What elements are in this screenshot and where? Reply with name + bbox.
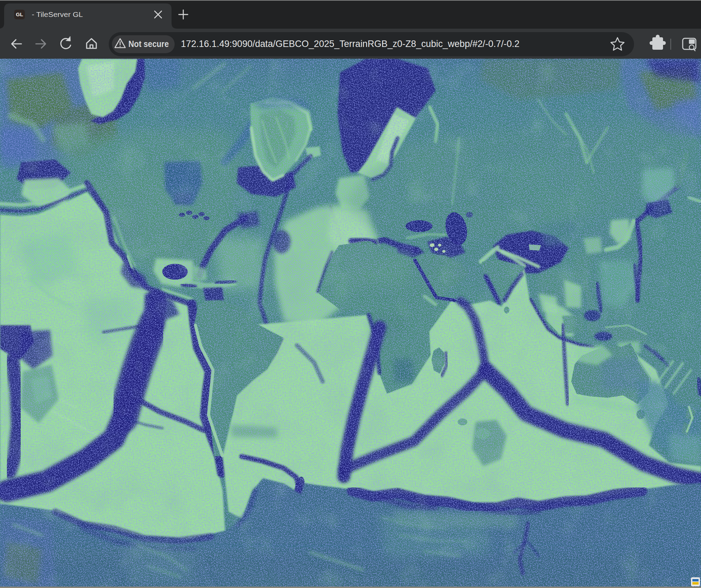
svg-text:Not secure: Not secure bbox=[128, 39, 169, 49]
svg-text:172.16.1.49:9090/data/GEBCO_20: 172.16.1.49:9090/data/GEBCO_2025_Terrain… bbox=[181, 38, 519, 49]
svg-text:GL: GL bbox=[16, 11, 23, 17]
svg-text:- TileServer GL: - TileServer GL bbox=[32, 11, 83, 18]
